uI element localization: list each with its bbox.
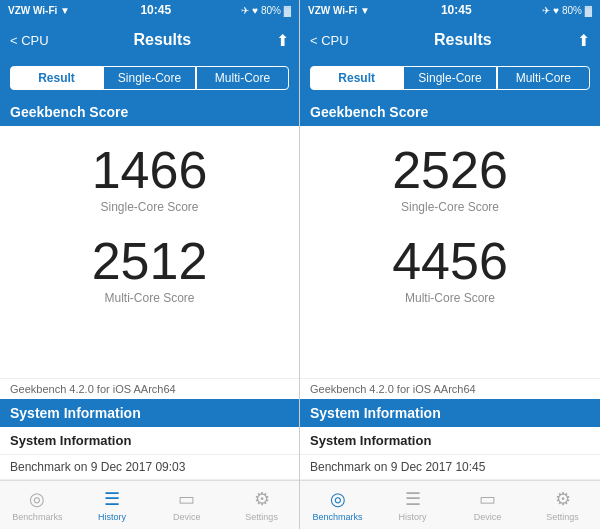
seg-multi-right[interactable]: Multi-Core	[497, 66, 590, 90]
device-icon-left: ▭	[178, 488, 195, 510]
tab-history-right[interactable]: ☰ History	[375, 481, 450, 529]
seg-control-right: Result Single-Core Multi-Core	[300, 60, 600, 98]
multi-core-block-left: 2512 Multi-Core Score	[92, 225, 208, 315]
tab-device-left[interactable]: ▭ Device	[150, 481, 225, 529]
sys-info-header-right: System Information	[300, 399, 600, 427]
benchmark-date-right: Benchmark on 9 Dec 2017 10:45	[300, 455, 600, 480]
seg-result-left[interactable]: Result	[10, 66, 103, 90]
status-icons-right: ✈ ♥ 80% ▓	[542, 5, 592, 16]
settings-icon-right: ⚙	[555, 488, 571, 510]
geekbench-header-left: Geekbench Score	[0, 98, 299, 126]
nav-bar-left: < CPU Results ⬆	[0, 20, 299, 60]
single-core-score-left: 1466	[92, 144, 208, 196]
seg-single-left[interactable]: Single-Core	[103, 66, 196, 90]
history-icon-right: ☰	[405, 488, 421, 510]
history-icon-left: ☰	[104, 488, 120, 510]
share-button-right[interactable]: ⬆	[577, 31, 590, 50]
seg-single-right[interactable]: Single-Core	[403, 66, 496, 90]
tab-benchmarks-label-right: Benchmarks	[312, 512, 362, 522]
tab-device-label-right: Device	[474, 512, 502, 522]
tab-settings-label-right: Settings	[546, 512, 579, 522]
multi-core-label-left: Multi-Core Score	[92, 291, 208, 305]
back-button-right[interactable]: < CPU	[310, 33, 349, 48]
single-core-label-left: Single-Core Score	[92, 200, 208, 214]
tab-device-right[interactable]: ▭ Device	[450, 481, 525, 529]
status-icons-left: ✈ ♥ 80% ▓	[241, 5, 291, 16]
tab-settings-right[interactable]: ⚙ Settings	[525, 481, 600, 529]
back-button-left[interactable]: < CPU	[10, 33, 49, 48]
tab-benchmarks-label-left: Benchmarks	[12, 512, 62, 522]
multi-core-score-left: 2512	[92, 235, 208, 287]
status-bar-right: VZW Wi-Fi ▼ 10:45 ✈ ♥ 80% ▓	[300, 0, 600, 20]
geekbench-info-left: Geekbench 4.2.0 for iOS AArch64	[0, 378, 299, 399]
benchmark-date-left: Benchmark on 9 Dec 2017 09:03	[0, 455, 299, 480]
status-carrier-left: VZW Wi-Fi ▼	[8, 5, 70, 16]
status-time-left: 10:45	[140, 3, 171, 17]
scores-right: 2526 Single-Core Score 4456 Multi-Core S…	[300, 126, 600, 378]
right-panel: VZW Wi-Fi ▼ 10:45 ✈ ♥ 80% ▓ < CPU Result…	[300, 0, 600, 529]
tab-history-left[interactable]: ☰ History	[75, 481, 150, 529]
status-carrier-right: VZW Wi-Fi ▼	[308, 5, 370, 16]
single-core-label-right: Single-Core Score	[392, 200, 508, 214]
tab-bar-left: ◎ Benchmarks ☰ History ▭ Device ⚙ Settin…	[0, 480, 299, 529]
left-panel: VZW Wi-Fi ▼ 10:45 ✈ ♥ 80% ▓ < CPU Result…	[0, 0, 300, 529]
single-core-block-right: 2526 Single-Core Score	[392, 134, 508, 224]
nav-title-right: Results	[434, 31, 492, 49]
tab-history-label-left: History	[98, 512, 126, 522]
status-bar-left: VZW Wi-Fi ▼ 10:45 ✈ ♥ 80% ▓	[0, 0, 299, 20]
multi-core-score-right: 4456	[392, 235, 508, 287]
tab-benchmarks-left[interactable]: ◎ Benchmarks	[0, 481, 75, 529]
single-core-score-right: 2526	[392, 144, 508, 196]
scores-left: 1466 Single-Core Score 2512 Multi-Core S…	[0, 126, 299, 378]
benchmarks-icon-left: ◎	[29, 488, 45, 510]
nav-title-left: Results	[133, 31, 191, 49]
settings-icon-left: ⚙	[254, 488, 270, 510]
multi-core-label-right: Multi-Core Score	[392, 291, 508, 305]
tab-device-label-left: Device	[173, 512, 201, 522]
single-core-block-left: 1466 Single-Core Score	[92, 134, 208, 224]
nav-bar-right: < CPU Results ⬆	[300, 20, 600, 60]
geekbench-info-right: Geekbench 4.2.0 for iOS AArch64	[300, 378, 600, 399]
status-time-right: 10:45	[441, 3, 472, 17]
multi-core-block-right: 4456 Multi-Core Score	[392, 225, 508, 315]
share-button-left[interactable]: ⬆	[276, 31, 289, 50]
sys-info-label-right: System Information	[300, 427, 600, 455]
sys-info-label-left: System Information	[0, 427, 299, 455]
sys-info-header-left: System Information	[0, 399, 299, 427]
geekbench-header-right: Geekbench Score	[300, 98, 600, 126]
tab-bar-right: ◎ Benchmarks ☰ History ▭ Device ⚙ Settin…	[300, 480, 600, 529]
seg-multi-left[interactable]: Multi-Core	[196, 66, 289, 90]
seg-control-left: Result Single-Core Multi-Core	[0, 60, 299, 98]
tab-settings-left[interactable]: ⚙ Settings	[224, 481, 299, 529]
benchmarks-icon-right: ◎	[330, 488, 346, 510]
device-icon-right: ▭	[479, 488, 496, 510]
tab-history-label-right: History	[398, 512, 426, 522]
tab-settings-label-left: Settings	[245, 512, 278, 522]
tab-benchmarks-right[interactable]: ◎ Benchmarks	[300, 481, 375, 529]
seg-result-right[interactable]: Result	[310, 66, 403, 90]
